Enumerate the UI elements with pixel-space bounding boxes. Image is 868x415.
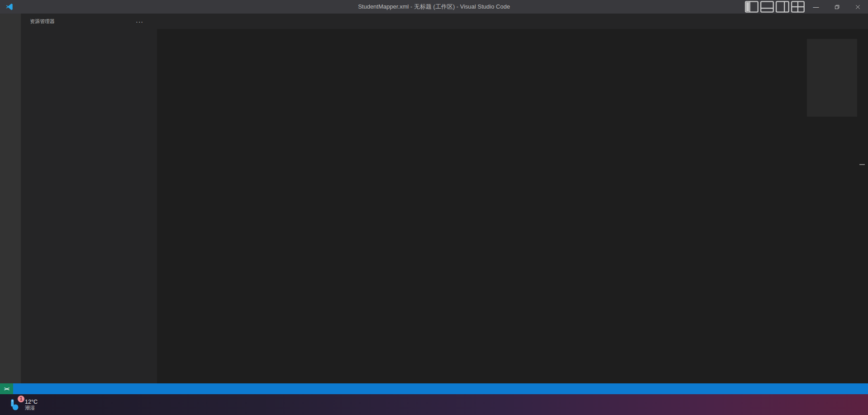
- code-editor[interactable]: [157, 39, 868, 383]
- window-title: StudentMapper.xml - 无标题 (工作区) - Visual S…: [0, 3, 868, 11]
- remote-indicator[interactable]: ><: [0, 383, 13, 394]
- sidebar-more-actions-icon[interactable]: ···: [136, 18, 143, 25]
- windows-taskbar: 1 12°C 潮湿: [0, 394, 868, 415]
- status-bar: ><: [0, 383, 868, 394]
- weather-desc: 潮湿: [25, 405, 38, 411]
- weather-widget[interactable]: 1 12°C 潮湿: [5, 394, 41, 415]
- toggle-panel-icon[interactable]: [759, 0, 775, 14]
- breadcrumb: [157, 29, 868, 39]
- activity-bar: [0, 14, 21, 383]
- file-tree: [21, 29, 157, 354]
- toggle-sidebar-icon[interactable]: [744, 0, 759, 14]
- vscode-logo-icon: [5, 3, 14, 11]
- explorer-sidebar: 资源管理器 ···: [21, 14, 157, 383]
- restore-button[interactable]: [826, 0, 847, 14]
- editor-group: [157, 14, 868, 383]
- toggle-secondary-sidebar-icon[interactable]: [775, 0, 790, 14]
- overview-ruler-cursor-mark: [859, 164, 865, 165]
- title-bar: StudentMapper.xml - 无标题 (工作区) - Visual S…: [0, 0, 868, 14]
- close-button[interactable]: [847, 0, 868, 14]
- weather-badge: 1: [18, 396, 24, 402]
- customize-layout-icon[interactable]: [790, 0, 806, 14]
- minimize-button[interactable]: —: [806, 0, 826, 14]
- minimap[interactable]: [807, 39, 857, 383]
- tab-bar: [157, 14, 868, 29]
- sidebar-title: 资源管理器: [30, 18, 55, 25]
- weather-temp: 12°C: [25, 399, 38, 405]
